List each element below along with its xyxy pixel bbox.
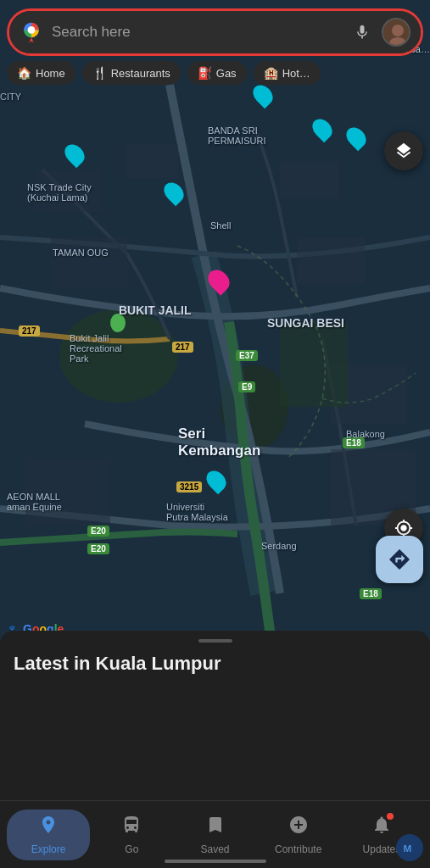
directions-button[interactable]: [376, 536, 423, 583]
explore-icon: [38, 815, 59, 840]
svg-rect-9: [25, 458, 110, 526]
saved-label: Saved: [200, 843, 229, 855]
google-maps-logo: [20, 20, 43, 44]
badge-e37: E37: [236, 350, 258, 361]
home-icon: 🏠: [17, 66, 31, 80]
filter-restaurants-label: Restaurants: [111, 67, 170, 80]
badge-217-right: 217: [172, 342, 193, 353]
bottom-sheet: Latest in Kuala Lumpur Explore Go: [0, 631, 430, 868]
user-avatar[interactable]: [382, 18, 410, 47]
search-bar[interactable]: Search here: [9, 11, 421, 53]
bottom-nav: Explore Go Saved Con: [0, 800, 430, 868]
pin-place-3[interactable]: [263, 106, 280, 128]
svg-rect-4: [127, 144, 178, 178]
pin-fuel[interactable]: [174, 203, 191, 225]
monocal-badge: M: [396, 834, 423, 861]
pin-bukit-jalil[interactable]: [219, 292, 237, 316]
saved-icon: [205, 815, 226, 840]
search-bar-container: Search here: [7, 8, 423, 56]
pin-university[interactable]: [216, 492, 233, 514]
restaurants-icon: 🍴: [92, 66, 107, 80]
layers-button[interactable]: [384, 131, 423, 170]
filter-hotels[interactable]: 🏨 Hot…: [254, 61, 321, 85]
nav-saved[interactable]: Saved: [173, 810, 256, 860]
updates-icon: [371, 815, 392, 840]
gas-icon: ⛽: [198, 66, 212, 80]
home-indicator: [165, 860, 266, 863]
filter-gas-label: Gas: [216, 67, 237, 80]
svg-rect-7: [297, 237, 365, 284]
updates-label: Updates: [363, 843, 401, 855]
svg-rect-3: [34, 170, 102, 212]
hotels-icon: 🏨: [264, 66, 278, 80]
filter-restaurants[interactable]: 🍴 Restaurants: [82, 61, 181, 85]
updates-badge: [387, 813, 394, 820]
svg-text:M: M: [404, 843, 412, 854]
go-icon: [121, 815, 142, 840]
pin-nsk[interactable]: [75, 165, 92, 187]
explore-label: Explore: [31, 843, 66, 855]
sheet-title: Latest in Kuala Lumpur: [0, 653, 430, 688]
contribute-icon: [288, 815, 309, 840]
sheet-content: Latest in Kuala Lumpur: [0, 653, 430, 822]
filter-home[interactable]: 🏠 Home: [7, 61, 75, 85]
pin-place-2[interactable]: [356, 148, 373, 170]
pin-place-1[interactable]: [322, 140, 339, 162]
nav-contribute[interactable]: Contribute: [257, 810, 340, 860]
nav-go[interactable]: Go: [90, 810, 173, 860]
svg-point-16: [392, 25, 404, 36]
mic-icon[interactable]: [351, 21, 373, 43]
pin-park[interactable]: [110, 314, 126, 332]
quick-filters: 🏠 Home 🍴 Restaurants ⛽ Gas 🏨 Hot…: [0, 61, 430, 85]
badge-e20-bottom: E20: [87, 543, 109, 554]
badge-e20-top: E20: [87, 526, 109, 537]
search-placeholder: Search here: [52, 24, 343, 41]
filter-gas[interactable]: ⛽ Gas: [187, 61, 247, 85]
map-view[interactable]: BANDA SRIPERMAISURI NSK Trade City(Kucha…: [0, 0, 430, 644]
badge-217-left: 217: [19, 326, 40, 337]
svg-point-14: [28, 26, 36, 34]
contribute-label: Contribute: [275, 843, 321, 855]
filter-home-label: Home: [36, 67, 65, 80]
badge-3215: 3215: [176, 481, 202, 492]
svg-rect-6: [51, 237, 127, 288]
badge-e18-bottom: E18: [360, 588, 382, 599]
svg-rect-5: [280, 161, 339, 199]
go-label: Go: [125, 843, 138, 855]
filter-hotels-label: Hot…: [282, 67, 310, 80]
sheet-handle[interactable]: [198, 639, 232, 643]
badge-e9: E9: [238, 381, 255, 392]
svg-rect-11: [280, 322, 348, 407]
nav-explore[interactable]: Explore: [7, 810, 90, 860]
badge-e18-top: E18: [343, 437, 365, 448]
